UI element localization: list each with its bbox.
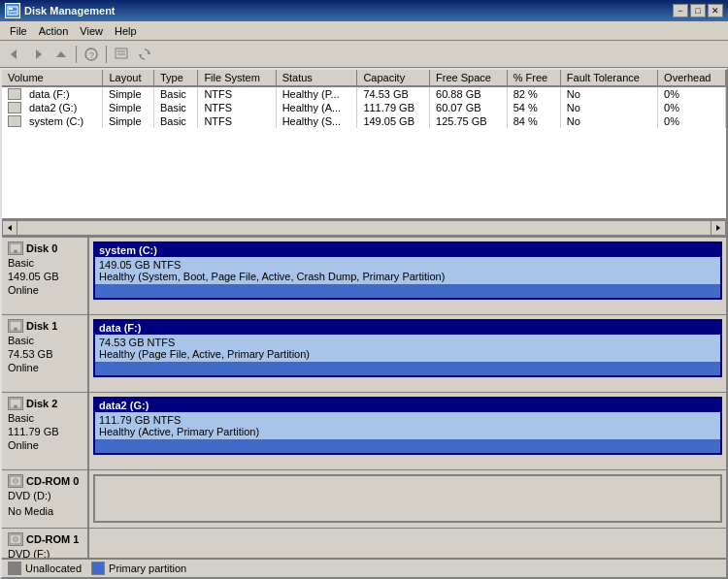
disk-type: Basic bbox=[8, 335, 82, 346]
table-cell: 0% bbox=[658, 101, 726, 114]
col-header-layout[interactable]: Layout bbox=[103, 70, 154, 86]
main-container: Volume Layout Type File System Status Ca… bbox=[0, 68, 728, 579]
partition-body: 74.53 GB NTFS Healthy (Page File, Active… bbox=[95, 335, 720, 362]
scroll-right-btn[interactable] bbox=[711, 220, 726, 236]
col-header-capacity[interactable]: Capacity bbox=[357, 70, 430, 86]
svg-marker-3 bbox=[11, 49, 17, 59]
disk-label: Disk 0 Basic 149.05 GB Online bbox=[2, 238, 89, 314]
app-icon bbox=[5, 3, 20, 18]
disk-row: Disk 0 Basic 149.05 GB Online system (C:… bbox=[2, 238, 726, 315]
table-cell: data (F:) bbox=[2, 87, 103, 101]
properties-button[interactable] bbox=[111, 44, 132, 65]
partition-status: Healthy (Page File, Active, Primary Part… bbox=[99, 348, 716, 360]
partition-size: 111.79 GB NTFS bbox=[99, 414, 716, 426]
table-row[interactable]: data2 (G:)SimpleBasicNTFSHealthy (A...11… bbox=[2, 101, 726, 114]
table-cell: 149.05 GB bbox=[357, 114, 430, 128]
table-cell: NTFS bbox=[198, 101, 276, 114]
table-row[interactable]: data (F:)SimpleBasicNTFSHealthy (P...74.… bbox=[2, 86, 726, 101]
table-cell: Basic bbox=[153, 101, 197, 114]
disk-type: Basic bbox=[8, 412, 82, 424]
volume-icon bbox=[8, 102, 21, 113]
back-button[interactable] bbox=[4, 44, 25, 65]
menu-file[interactable]: File bbox=[4, 23, 33, 39]
disk-row: Disk 1 Basic 74.53 GB Online data (F:) 7… bbox=[2, 315, 726, 393]
up-button[interactable] bbox=[50, 44, 72, 65]
disk-size: 111.79 GB bbox=[8, 426, 82, 437]
col-header-overhead[interactable]: Overhead bbox=[658, 70, 726, 86]
table-cell: Simple bbox=[103, 114, 154, 128]
maximize-button[interactable]: □ bbox=[690, 4, 706, 17]
menu-action[interactable]: Action bbox=[33, 23, 75, 39]
disk-name: Disk 2 bbox=[8, 397, 82, 410]
table-cell: 54 % bbox=[507, 101, 560, 114]
volume-table-section: Volume Layout Type File System Status Ca… bbox=[2, 70, 726, 220]
svg-text:?: ? bbox=[89, 50, 94, 60]
partition-header: system (C:) bbox=[95, 243, 720, 257]
partition-block[interactable]: data (F:) 74.53 GB NTFS Healthy (Page Fi… bbox=[93, 319, 722, 377]
disk-status: Online bbox=[8, 362, 82, 373]
legend-color-unallocated bbox=[8, 562, 21, 575]
table-cell: system (C:) bbox=[2, 114, 103, 128]
svg-point-20 bbox=[14, 405, 17, 408]
disk-content[interactable]: system (C:) 149.05 GB NTFS Healthy (Syst… bbox=[89, 238, 726, 314]
table-cell: Simple bbox=[103, 86, 154, 101]
legend-primary: Primary partition bbox=[91, 562, 186, 575]
disk-content[interactable]: data (F:) 74.53 GB NTFS Healthy (Page Fi… bbox=[89, 315, 726, 392]
disk-panels-container[interactable]: Disk 0 Basic 149.05 GB Online system (C:… bbox=[2, 236, 726, 558]
volume-icon bbox=[8, 88, 21, 100]
col-header-faulttolerance[interactable]: Fault Tolerance bbox=[560, 70, 657, 86]
col-header-type[interactable]: Type bbox=[153, 70, 197, 86]
table-cell: NTFS bbox=[198, 114, 276, 128]
table-cell: Basic bbox=[153, 114, 197, 128]
menu-view[interactable]: View bbox=[74, 23, 109, 39]
menu-bar: File Action View Help bbox=[0, 21, 728, 41]
disk-name: Disk 1 bbox=[8, 319, 82, 333]
svg-point-23 bbox=[15, 480, 17, 482]
minimize-button[interactable]: − bbox=[673, 4, 688, 17]
disk-content[interactable]: data2 (G:) 111.79 GB NTFS Healthy (Activ… bbox=[89, 393, 726, 469]
table-cell: Healthy (P... bbox=[276, 86, 357, 101]
window-controls: − □ ✕ bbox=[673, 4, 723, 17]
separator-2 bbox=[106, 46, 107, 63]
table-scroll[interactable]: Volume Layout Type File System Status Ca… bbox=[2, 70, 726, 218]
table-cell: No bbox=[560, 101, 657, 114]
close-button[interactable]: ✕ bbox=[708, 4, 723, 17]
table-cell: Simple bbox=[103, 101, 154, 114]
refresh-button[interactable] bbox=[134, 44, 155, 65]
cdrom-label: CD-ROM 1 DVD (F:) bbox=[2, 529, 89, 558]
cdrom-row: CD-ROM 0 DVD (D:) No Media bbox=[2, 470, 726, 529]
volume-icon bbox=[8, 115, 21, 127]
col-header-freespace[interactable]: Free Space bbox=[430, 70, 508, 86]
legend-unallocated: Unallocated bbox=[8, 562, 82, 575]
svg-marker-4 bbox=[36, 49, 42, 59]
partition-block[interactable]: data2 (G:) 111.79 GB NTFS Healthy (Activ… bbox=[93, 397, 722, 455]
disk-name: Disk 0 bbox=[8, 241, 82, 255]
scroll-left-btn[interactable] bbox=[2, 220, 17, 236]
partition-size: 74.53 GB NTFS bbox=[99, 337, 716, 348]
cdrom-row: CD-ROM 1 DVD (F:) bbox=[2, 529, 726, 558]
disk-size: 149.05 GB bbox=[8, 271, 82, 282]
col-header-filesystem[interactable]: File System bbox=[198, 70, 276, 86]
svg-marker-5 bbox=[56, 51, 66, 57]
horiz-scrollbar[interactable] bbox=[2, 220, 726, 236]
disk-status: Online bbox=[8, 284, 82, 296]
svg-point-18 bbox=[14, 328, 17, 331]
cdrom-icon bbox=[8, 474, 23, 488]
forward-button[interactable] bbox=[27, 44, 49, 65]
menu-help[interactable]: Help bbox=[109, 23, 143, 39]
table-row[interactable]: system (C:)SimpleBasicNTFSHealthy (S...1… bbox=[2, 114, 726, 128]
partition-status: Healthy (System, Boot, Page File, Active… bbox=[99, 271, 716, 282]
partition-body: 111.79 GB NTFS Healthy (Active, Primary … bbox=[95, 412, 720, 439]
partition-block[interactable]: system (C:) 149.05 GB NTFS Healthy (Syst… bbox=[93, 241, 722, 300]
table-cell: 60.88 GB bbox=[430, 86, 508, 101]
cdrom-content bbox=[89, 470, 726, 528]
help-button[interactable]: ? bbox=[81, 44, 102, 65]
col-header-status[interactable]: Status bbox=[276, 70, 357, 86]
col-header-percentfree[interactable]: % Free bbox=[507, 70, 560, 86]
disk-label: Disk 2 Basic 111.79 GB Online bbox=[2, 393, 89, 469]
partition-status: Healthy (Active, Primary Partition) bbox=[99, 426, 716, 437]
cdrom-type: DVD (F:) bbox=[8, 548, 82, 558]
table-cell: 82 % bbox=[507, 86, 560, 101]
svg-point-16 bbox=[14, 250, 17, 253]
col-header-volume[interactable]: Volume bbox=[2, 70, 103, 86]
